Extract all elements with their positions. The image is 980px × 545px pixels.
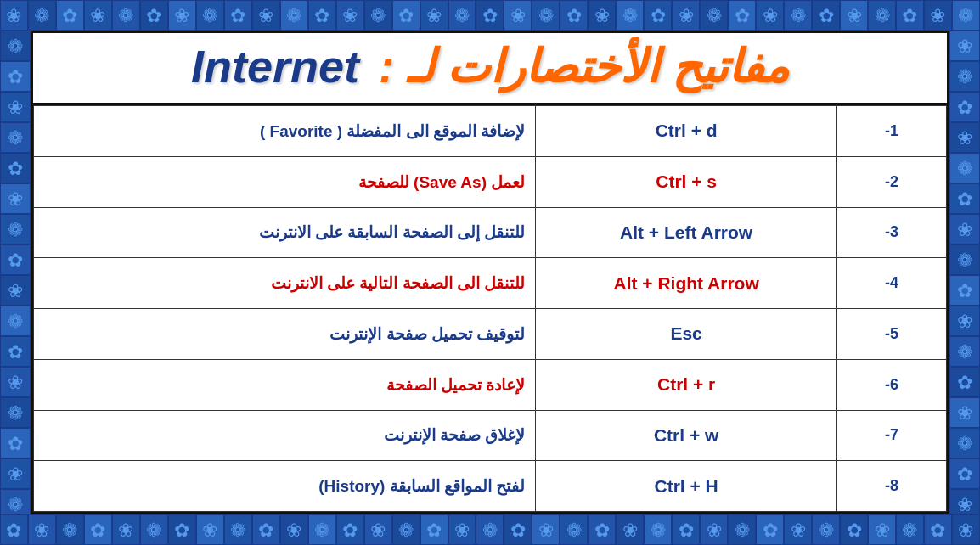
border-tile: ❁	[448, 0, 476, 31]
border-tile: ❀	[420, 0, 448, 31]
border-tile: ❀	[28, 514, 56, 545]
shortcut-key: Alt + Left Arrow	[536, 207, 837, 258]
shortcut-key: Ctrl + r	[536, 359, 837, 410]
border-tile: ✿	[420, 514, 448, 545]
border-tile: ❀	[949, 31, 980, 61]
border-tile: ❀	[784, 514, 812, 545]
table-row: لإضافة الموقع الى المفضلة ( Favorite ) C…	[34, 106, 947, 157]
border-tile: ✿	[0, 61, 31, 92]
border-tile: ❁	[364, 0, 392, 31]
border-tile: ✿	[0, 428, 31, 458]
table-row: لتوقيف تحميل صفحة الإنترنت Esc -5	[34, 309, 947, 360]
border-tile: ✿	[504, 514, 532, 545]
shortcut-key: Ctrl + s	[536, 156, 837, 207]
border-tile: ❀	[0, 458, 31, 489]
border-tile: ❁	[392, 514, 420, 545]
border-tile: ✿	[336, 514, 364, 545]
page-wrapper: ❀❁✿❀❁✿❀❁✿❀❁✿❀❁✿❀❁✿❀❁✿❀❁✿❀❁✿❀❁✿❀❁✿❀❁ ✿❀❁✿…	[0, 0, 980, 545]
shortcut-desc: للتنقل الى الصفحة التالية على الانترنت	[34, 258, 536, 309]
border-tile: ✿	[728, 0, 756, 31]
border-tile: ❁	[56, 514, 84, 545]
table-row: لعمل (Save As) للصفحة Ctrl + s -2	[34, 156, 947, 207]
border-tile: ✿	[644, 0, 672, 31]
table-row: للتنقل إلى الصفحة السابقة على الانترنت A…	[34, 207, 947, 258]
border-tile: ✿	[812, 0, 840, 31]
border-tile: ✿	[0, 153, 31, 183]
shortcut-desc: لفتح المواقع السابقة (History)	[34, 461, 536, 512]
border-tile: ❀	[756, 0, 784, 31]
right-border: ❀❁✿❀❁✿❀❁✿❀❁✿❀❁✿❀❁✿	[949, 31, 980, 514]
shortcuts-table-wrapper: لإضافة الموقع الى المفضلة ( Favorite ) C…	[31, 103, 949, 514]
border-tile: ✿	[672, 514, 700, 545]
border-tile: ❁	[0, 214, 31, 244]
border-tile: ❁	[280, 0, 308, 31]
shortcut-num: -2	[837, 156, 947, 207]
border-tile: ❁	[224, 514, 252, 545]
border-tile: ❀	[336, 0, 364, 31]
border-tile: ❁	[140, 514, 168, 545]
shortcut-num: -3	[837, 207, 947, 258]
left-border: ❁✿❀❁✿❀❁✿❀❁✿❀❁✿❀❁✿❀	[0, 31, 31, 514]
table-row: للتنقل الى الصفحة التالية على الانترنت A…	[34, 258, 947, 309]
border-tile: ❀	[84, 0, 112, 31]
border-tile: ✿	[896, 0, 924, 31]
border-tile: ❁	[28, 0, 56, 31]
table-row: لإغلاق صفحة الإنترنت Ctrl + w -7	[34, 410, 947, 461]
border-tile: ✿	[308, 0, 336, 31]
table-row: لفتح المواقع السابقة (History) Ctrl + H …	[34, 461, 947, 512]
border-tile: ❁	[0, 31, 31, 61]
border-tile: ❁	[949, 244, 980, 275]
border-tile: ❀	[0, 92, 31, 122]
border-tile: ❁	[949, 61, 980, 92]
border-tile: ❀	[532, 514, 560, 545]
border-tile: ❀	[616, 514, 644, 545]
shortcut-num: -1	[837, 106, 947, 157]
border-tile: ✿	[949, 92, 980, 122]
shortcut-key: Ctrl + d	[536, 106, 837, 157]
border-tile: ❁	[532, 0, 560, 31]
border-tile: ✿	[476, 0, 504, 31]
border-tile: ✿	[949, 367, 980, 397]
shortcut-desc: لإعادة تحميل الصفحة	[34, 359, 536, 410]
border-tile: ❀	[252, 0, 280, 31]
shortcut-desc: لعمل (Save As) للصفحة	[34, 156, 536, 207]
border-tile: ✿	[252, 514, 280, 545]
border-tile: ✿	[56, 0, 84, 31]
border-tile: ❀	[0, 275, 31, 306]
border-tile: ✿	[0, 244, 31, 275]
border-tile: ❀	[924, 0, 952, 31]
border-tile: ❁	[896, 514, 924, 545]
border-tile: ❁	[196, 0, 224, 31]
border-tile: ❁	[949, 336, 980, 367]
shortcut-desc: لتوقيف تحميل صفحة الإنترنت	[34, 309, 536, 360]
border-tile: ❀	[168, 0, 196, 31]
border-tile: ❀	[949, 306, 980, 336]
shortcut-num: -6	[837, 359, 947, 410]
shortcuts-table: لإضافة الموقع الى المفضلة ( Favorite ) C…	[33, 105, 947, 512]
shortcut-key: Esc	[536, 309, 837, 360]
border-tile: ❁	[949, 153, 980, 183]
border-tile: ✿	[84, 514, 112, 545]
border-tile: ❀	[949, 122, 980, 153]
border-tile: ❀	[196, 514, 224, 545]
border-tile: ❁	[0, 122, 31, 153]
shortcut-key: Ctrl + H	[536, 461, 837, 512]
border-tile: ❁	[644, 514, 672, 545]
border-tile: ❁	[0, 397, 31, 428]
border-tile: ❀	[700, 514, 728, 545]
border-tile: ✿	[392, 0, 420, 31]
border-tile: ❀	[0, 183, 31, 214]
border-tile: ❀	[280, 514, 308, 545]
border-tile: ❀	[949, 214, 980, 244]
border-tile: ❁	[728, 514, 756, 545]
border-tile: ❀	[504, 0, 532, 31]
border-tile: ❀	[949, 397, 980, 428]
border-tile: ✿	[588, 514, 616, 545]
border-tile: ✿	[168, 514, 196, 545]
border-tile: ❁	[112, 0, 140, 31]
bottom-border: ✿❀❁✿❀❁✿❀❁✿❀❁✿❀❁✿❀❁✿❀❁✿❀❁✿❀❁✿❀❁✿❀❁✿❀	[0, 514, 980, 545]
shortcut-key: Ctrl + w	[536, 410, 837, 461]
border-tile: ❀	[448, 514, 476, 545]
border-tile: ❁	[476, 514, 504, 545]
border-tile: ✿	[949, 275, 980, 306]
